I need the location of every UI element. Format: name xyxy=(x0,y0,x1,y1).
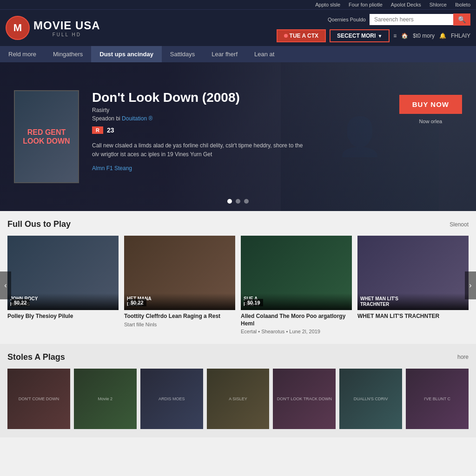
header-right: Qoernies Pouldo 🔍 TUE A CTX SECECT MORI … xyxy=(108,13,470,42)
nav-item-2[interactable]: Dust ups ancinday xyxy=(91,46,162,62)
poster-text-3: A SISLEY xyxy=(227,395,249,403)
nav-item-3[interactable]: Sattldays xyxy=(162,46,203,62)
hero-description: Call new clsaled a limds alad de yas for… xyxy=(92,141,306,159)
movie-card-2[interactable]: SUE AFIRE IT $0.19 Alled Colaand The Mor… xyxy=(241,236,352,336)
top-link-2[interactable]: Four fon pliotle xyxy=(349,2,383,7)
slider-dot-1[interactable] xyxy=(227,199,232,204)
slider-dot-2[interactable] xyxy=(236,199,240,204)
menu-icon[interactable]: ≡ xyxy=(393,33,397,39)
movie-title-0: Polley Bly Thesioy Pilule xyxy=(7,313,119,320)
rating-badge: R xyxy=(92,126,103,134)
section-posters-header: Stoles A Plags hore xyxy=(7,352,469,362)
logo-icon: M xyxy=(6,16,30,40)
thumb-price-2: $0.19 xyxy=(245,299,263,306)
slider-dots xyxy=(227,199,249,204)
primary-action-button[interactable]: TUE A CTX xyxy=(277,29,326,42)
top-link-1[interactable]: Appto slsle xyxy=(315,2,340,7)
movie-title-3: WHET MAN LIT'S TRACHNTER xyxy=(357,313,469,320)
hero-rating-label: Rasirty xyxy=(92,107,109,113)
movie-thumb-1: HET MANADIBCH $0.22 xyxy=(124,236,235,310)
section-featured-title: Full Ous to Play xyxy=(7,219,71,229)
poster-card-5[interactable]: DUALLN'S CDRIV xyxy=(339,369,402,429)
secondary-action-button[interactable]: SECECT MORI ▼ xyxy=(330,29,390,42)
hero-more-link[interactable]: Almn F1 Steang xyxy=(92,165,132,172)
home-icon[interactable]: 🏠 xyxy=(401,33,408,39)
sponsor-label: Speadon bi xyxy=(92,115,120,122)
poster-card-6[interactable]: I'VE BLUNT C xyxy=(406,369,469,429)
prev-button[interactable]: ‹ xyxy=(0,271,11,299)
main-header: M MOVIE USA FULL HD Qoernies Pouldo 🔍 TU… xyxy=(0,10,476,46)
search-input[interactable] xyxy=(370,14,453,25)
section-featured-header: Full Ous to Play Slenoot xyxy=(7,219,469,229)
user-label[interactable]: FHLAIY xyxy=(451,33,470,39)
nav-item-0[interactable]: Reld more xyxy=(0,46,45,62)
search-box: 🔍 xyxy=(370,13,470,26)
hero-right: BUY NOW Now orlea xyxy=(399,90,462,124)
header-top-row: Qoernies Pouldo 🔍 xyxy=(328,13,470,26)
movie-thumb-0: JOHN ROCYHEARNS $0.22 xyxy=(7,236,119,310)
hero-sponsor: Speadon bi Douitation ® xyxy=(92,115,386,122)
poster-img-0: DON'T COME DOWN xyxy=(7,369,70,429)
poster-img-3: A SISLEY xyxy=(207,369,270,429)
movie-card-3[interactable]: WHET MAN LIT'STRACHNTER WHET MAN LIT'S T… xyxy=(357,236,469,320)
poster-text-1: Movie 2 xyxy=(96,395,115,403)
slider-dot-3[interactable] xyxy=(244,199,249,204)
sponsor-link[interactable]: Douitation ® xyxy=(122,115,152,122)
next-button[interactable]: › xyxy=(465,271,476,299)
hero-info: Don't Look Down (2008) Rasirty Speadon b… xyxy=(92,90,386,172)
hero-movie-title: Don't Look Down (2008) xyxy=(92,90,386,105)
money-icon[interactable]: $t0 mory xyxy=(413,33,435,39)
section-posters-title: Stoles A Plags xyxy=(7,352,65,362)
poster-card-1[interactable]: Movie 2 xyxy=(74,369,137,429)
movie-thumb-3: WHET MAN LIT'STRACHNTER xyxy=(357,236,469,310)
hero-content: RED GENT LOOK DOWN Don't Look Down (2008… xyxy=(0,72,476,202)
search-label: Qoernies Pouldo xyxy=(328,17,366,22)
poster-title: RED GENT LOOK DOWN xyxy=(19,128,74,145)
logo-sub-text: FULL HD xyxy=(33,32,100,37)
movie-title-1: Toottity Cleffrdo Lean Raging a Rest xyxy=(124,313,235,320)
dropdown-arrow-icon: ▼ xyxy=(377,33,382,39)
hero-rating-row: Rasirty xyxy=(92,107,386,113)
thumb-overlay-3: WHET MAN LIT'STRACHNTER xyxy=(357,293,469,310)
top-link-5[interactable]: Iboleto xyxy=(455,2,470,7)
poster-img-6: I'VE BLUNT C xyxy=(406,369,469,429)
poster-text-5: DUALLN'S CDRIV xyxy=(352,395,390,403)
movies-row: ‹ JOHN ROCYHEARNS $0.22 Polley Bly Thesi… xyxy=(7,236,469,336)
logo-main-text: MOVIE USA xyxy=(33,19,100,32)
movie-meta-2: Ecertal • Shearotus • Lune 2l, 2019 xyxy=(241,328,352,335)
section-posters-more[interactable]: hore xyxy=(457,354,469,360)
poster-card-4[interactable]: DON'T LOOK TRACK DOWN xyxy=(273,369,336,429)
top-link-3[interactable]: Apolot Decks xyxy=(391,2,421,7)
poster-img-4: DON'T LOOK TRACK DOWN xyxy=(273,369,336,429)
section-featured: Full Ous to Play Slenoot ‹ JOHN ROCYHEAR… xyxy=(0,211,476,344)
search-button[interactable]: 🔍 xyxy=(453,13,470,26)
top-bar: Appto slsle Four fon pliotle Apolot Deck… xyxy=(0,0,476,10)
notification-icon[interactable]: 🔔 xyxy=(439,33,446,39)
poster-img-1: Movie 2 xyxy=(74,369,137,429)
movie-card-0[interactable]: JOHN ROCYHEARNS $0.22 Polley Bly Thesioy… xyxy=(7,236,119,321)
poster-img-2: ARDIS MOES xyxy=(140,369,203,429)
posters-row: DON'T COME DOWN Movie 2 ARDIS MOES A SIS… xyxy=(7,369,469,429)
nav-item-5[interactable]: Lean at xyxy=(246,46,283,62)
top-link-4[interactable]: Shlorce xyxy=(430,2,447,7)
poster-text-2: ARDIS MOES xyxy=(157,395,187,403)
poster-card-0[interactable]: DON'T COME DOWN xyxy=(7,369,70,429)
nav-item-1[interactable]: Mingathers xyxy=(45,46,91,62)
movie-meta-1: Start fille Ninls xyxy=(124,321,235,328)
thumb-price-0: $0.22 xyxy=(11,299,30,306)
poster-card-3[interactable]: A SISLEY xyxy=(207,369,270,429)
nav-item-4[interactable]: Lear fherf xyxy=(203,46,246,62)
hero-poster: RED GENT LOOK DOWN xyxy=(14,90,79,183)
poster-text-6: I'VE BLUNT C xyxy=(422,395,452,403)
section-featured-more[interactable]: Slenoot xyxy=(450,221,469,228)
buy-now-button[interactable]: BUY NOW xyxy=(399,95,462,114)
hero-section: 👤 RED GENT LOOK DOWN Don't Look Down (20… xyxy=(0,62,476,211)
movie-card-1[interactable]: HET MANADIBCH $0.22 Toottity Cleffrdo Le… xyxy=(124,236,235,328)
poster-text-0: DON'T COME DOWN xyxy=(17,395,61,403)
poster-card-2[interactable]: ARDIS MOES xyxy=(140,369,203,429)
movie-title-2: Alled Colaand The Moro Poo argatlorgy He… xyxy=(241,313,352,327)
secondary-btn-label: SECECT MORI xyxy=(337,33,376,39)
primary-btn-label: TUE A CTX xyxy=(290,33,318,39)
poster-img-5: DUALLN'S CDRIV xyxy=(339,369,402,429)
red-dot-icon xyxy=(284,34,288,38)
